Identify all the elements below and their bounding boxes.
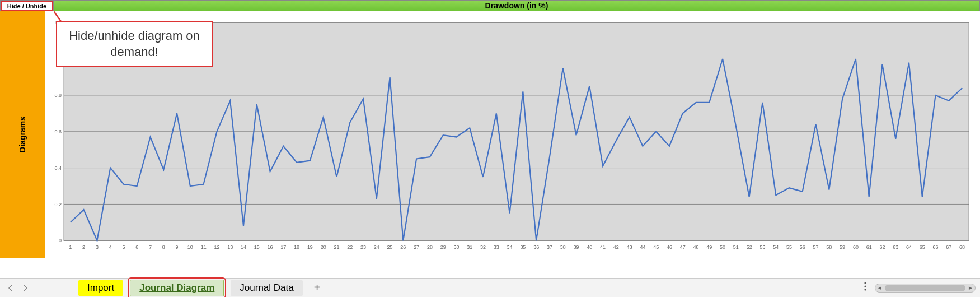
bottom-right-controls: ◄ ► [860,281,976,294]
svg-text:22: 22 [347,244,353,250]
svg-text:66: 66 [933,244,939,250]
tab-journal-data[interactable]: Journal Data [231,280,302,296]
svg-text:28: 28 [427,244,433,250]
svg-text:59: 59 [840,244,845,250]
svg-point-84 [864,289,866,290]
svg-text:27: 27 [414,244,419,250]
tab-import[interactable]: Import [78,280,123,296]
svg-text:29: 29 [440,244,446,250]
svg-text:0.8: 0.8 [54,92,61,98]
svg-text:34: 34 [507,244,513,250]
svg-text:52: 52 [747,244,752,250]
scroll-right-button[interactable]: ► [966,285,975,291]
svg-point-82 [864,282,866,284]
svg-text:26: 26 [400,244,406,250]
svg-text:12: 12 [214,244,219,250]
svg-text:23: 23 [360,244,366,250]
svg-text:54: 54 [773,244,779,250]
svg-text:47: 47 [680,244,686,250]
svg-text:44: 44 [640,244,645,250]
sheet-tab-bar: Import Journal Diagram Journal Data + ◄ … [0,278,980,297]
svg-text:41: 41 [600,244,606,250]
svg-text:37: 37 [547,244,552,250]
chevron-left-icon [7,285,14,291]
svg-text:11: 11 [201,244,207,250]
svg-text:21: 21 [334,244,339,250]
callout-annotation: Hide/unhide diagram on demand! [56,21,213,67]
svg-text:20: 20 [321,244,326,250]
svg-text:7: 7 [149,244,152,250]
svg-text:16: 16 [268,244,273,250]
svg-text:48: 48 [693,244,699,250]
scroll-left-button[interactable]: ◄ [875,285,884,291]
svg-text:5: 5 [122,244,125,250]
sidebar: Diagrams [0,11,45,258]
svg-text:64: 64 [906,244,912,250]
sheet-options-button[interactable] [860,281,870,294]
svg-text:61: 61 [866,244,872,250]
svg-text:2: 2 [82,244,85,250]
svg-text:32: 32 [480,244,486,250]
svg-text:0: 0 [59,238,62,243]
svg-text:30: 30 [453,244,459,250]
svg-text:8: 8 [162,244,165,250]
svg-point-83 [864,285,866,287]
vertical-dots-icon [864,281,867,291]
hide-unhide-button[interactable]: Hide / Unhide [1,1,53,11]
svg-text:18: 18 [294,244,299,250]
svg-text:19: 19 [307,244,313,250]
tab-nav-next-button[interactable] [19,282,31,294]
svg-text:67: 67 [946,244,951,250]
add-sheet-button[interactable]: + [310,281,325,294]
svg-text:1: 1 [69,244,72,250]
svg-text:17: 17 [280,244,286,250]
svg-text:38: 38 [560,244,566,250]
svg-text:35: 35 [520,244,526,250]
tab-journal-diagram[interactable]: Journal Diagram [130,280,224,296]
horizontal-scrollbar[interactable]: ◄ ► [875,284,976,293]
svg-text:4: 4 [109,244,112,250]
svg-text:31: 31 [467,244,472,250]
scroll-thumb[interactable] [885,285,965,291]
svg-text:10: 10 [187,244,193,250]
svg-text:39: 39 [574,244,579,250]
svg-text:50: 50 [720,244,725,250]
svg-text:68: 68 [959,244,965,250]
svg-text:13: 13 [227,244,233,250]
svg-text:56: 56 [800,244,805,250]
chart-title-bar: Drawdown (in %) [53,1,979,11]
svg-text:0.6: 0.6 [54,129,61,134]
sidebar-label: Diagrams [18,117,27,152]
svg-text:0.2: 0.2 [54,201,61,207]
svg-text:51: 51 [733,244,739,250]
svg-text:65: 65 [920,244,925,250]
svg-text:60: 60 [853,244,859,250]
svg-text:63: 63 [893,244,898,250]
svg-text:40: 40 [587,244,592,250]
svg-text:42: 42 [613,244,619,250]
svg-text:3: 3 [96,244,99,250]
svg-text:14: 14 [241,244,246,250]
svg-text:49: 49 [706,244,712,250]
svg-text:62: 62 [879,244,885,250]
svg-text:33: 33 [494,244,499,250]
svg-text:55: 55 [786,244,792,250]
sidebar-diagrams-panel[interactable]: Diagrams [0,11,45,258]
svg-text:57: 57 [813,244,819,250]
svg-text:24: 24 [374,244,379,250]
sheet-tabs: Import Journal Diagram Journal Data + [78,280,325,296]
svg-text:53: 53 [759,244,765,250]
svg-text:15: 15 [254,244,260,250]
svg-text:0.4: 0.4 [54,165,61,171]
svg-text:45: 45 [653,244,659,250]
top-bar: Hide / Unhide Drawdown (in %) [0,0,980,11]
svg-text:43: 43 [627,244,632,250]
svg-text:6: 6 [135,244,138,250]
svg-text:58: 58 [826,244,832,250]
svg-text:36: 36 [533,244,539,250]
svg-text:25: 25 [387,244,393,250]
tab-nav-prev-button[interactable] [4,282,17,294]
svg-text:46: 46 [667,244,672,250]
chevron-right-icon [22,285,29,291]
svg-text:9: 9 [176,244,179,250]
